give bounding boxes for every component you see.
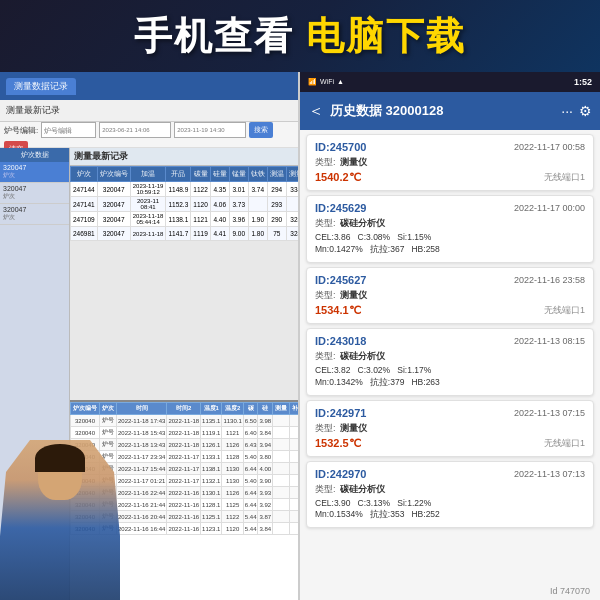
col-header-v2: 硅量 bbox=[210, 167, 229, 182]
search-button[interactable]: 搜索 bbox=[249, 122, 273, 138]
record-type-value-4: 碳硅分析仪 bbox=[340, 350, 385, 363]
banner-text: 手机查看 电脑下载 bbox=[134, 11, 467, 62]
mobile-record-card-1[interactable]: ID:245700 2022-11-17 00:58 类型: 测量仪 1540.… bbox=[306, 134, 594, 191]
record-port-1: 无线端口1 bbox=[544, 171, 585, 184]
filter-date-to[interactable] bbox=[174, 122, 246, 138]
table-row: 247144 320047 2023-11-1910:59:12 1148.9 … bbox=[71, 182, 299, 197]
record-date-4: 2022-11-13 08:15 bbox=[514, 336, 585, 346]
record-temp-5: 1532.5℃ bbox=[315, 437, 361, 450]
list-item-1[interactable]: 320047 炉次 bbox=[0, 162, 69, 183]
banner-text-phone: 手机查看 bbox=[134, 15, 294, 57]
record-id-3: ID:245627 bbox=[315, 274, 366, 286]
list-item-3[interactable]: 320047 炉次 bbox=[0, 204, 69, 225]
record-type-label-5: 类型: bbox=[315, 422, 336, 435]
record-type-label-4: 类型: bbox=[315, 350, 336, 363]
record-type-value-3: 测量仪 bbox=[340, 289, 367, 302]
col-header-v1: 碳量 bbox=[191, 167, 210, 182]
mobile-app-header: ＜ 历史数据 32000128 ··· ⚙ bbox=[300, 92, 600, 130]
record-header-6: ID:242970 2022-11-13 07:13 bbox=[315, 468, 585, 480]
mobile-app-title: 历史数据 32000128 bbox=[330, 102, 555, 120]
settings-button[interactable]: ⚙ bbox=[579, 103, 592, 119]
col-header-code: 炉次编号 bbox=[97, 167, 130, 182]
top-banner: 手机查看 电脑下载 bbox=[0, 0, 600, 72]
pc-tab[interactable]: 测量数据记录 bbox=[6, 78, 76, 95]
banner-text-pc: 电脑下载 bbox=[294, 15, 467, 57]
bottom-id-text: Id 747070 bbox=[550, 586, 590, 596]
mobile-record-card-3[interactable]: ID:245627 2022-11-16 23:58 类型: 测量仪 1534.… bbox=[306, 267, 594, 324]
col-header-v4: 钛铁 bbox=[248, 167, 267, 182]
record-date-6: 2022-11-13 07:13 bbox=[514, 469, 585, 479]
filter-label-1: 炉号编辑: bbox=[4, 125, 38, 136]
back-button[interactable]: ＜ bbox=[308, 101, 324, 122]
main-data-table: 炉次 炉次编号 加温 开品 碳量 硅量 锰量 钛铁 测温 测量 操作 bbox=[70, 166, 298, 241]
pc-title-text: 测量最新记录 bbox=[6, 104, 60, 117]
mobile-status-bar: 📶 WiFi ▲ 1:52 bbox=[300, 72, 600, 92]
record-type-value-5: 测量仪 bbox=[340, 422, 367, 435]
record-analysis-6: CEL:3.90 C:3.13% Si:1.22% Mn:0.1534% 抗拉:… bbox=[315, 498, 585, 522]
col-header-v3: 锰量 bbox=[229, 167, 248, 182]
table-row: 247141 320047 2023-1108:41 1152.3 1120 4… bbox=[71, 197, 299, 212]
left-panel-pc: 测量数据记录 测量最新记录 炉号编辑: 搜索 清空 炉次数据 320047 炉次… bbox=[0, 72, 300, 600]
mobile-record-card-6[interactable]: ID:242970 2022-11-13 07:13 类型: 碳硅分析仪 CEL… bbox=[306, 461, 594, 529]
record-date-1: 2022-11-17 00:58 bbox=[514, 142, 585, 152]
record-temp-3: 1534.1℃ bbox=[315, 304, 361, 317]
record-id-6: ID:242970 bbox=[315, 468, 366, 480]
record-analysis-2: CEL:3.86 C:3.08% Si:1.15% Mn:0.1427% 抗拉:… bbox=[315, 232, 585, 256]
person-image bbox=[0, 440, 120, 600]
record-temp-1: 1540.2℃ bbox=[315, 171, 361, 184]
record-port-5: 无线端口1 bbox=[544, 437, 585, 450]
pc-title-bar: 测量最新记录 bbox=[0, 100, 298, 122]
record-header-4: ID:243018 2022-11-13 08:15 bbox=[315, 335, 585, 347]
mobile-record-card-4[interactable]: ID:243018 2022-11-13 08:15 类型: 碳硅分析仪 CEL… bbox=[306, 328, 594, 396]
filter-bar: 炉号编辑: 搜索 清空 bbox=[0, 122, 298, 148]
record-type-value-6: 碳硅分析仪 bbox=[340, 483, 385, 496]
col-header-time: 加温 bbox=[130, 167, 166, 182]
status-bar-left: 📶 WiFi ▲ bbox=[308, 78, 344, 86]
table-row: 246981 320047 2023-11-18 1141.7 1119 4.4… bbox=[71, 227, 299, 241]
record-type-value-1: 测量仪 bbox=[340, 156, 367, 169]
record-header-3: ID:245627 2022-11-16 23:58 bbox=[315, 274, 585, 286]
record-header-2: ID:245629 2022-11-17 00:00 bbox=[315, 202, 585, 214]
pc-app-header: 测量数据记录 bbox=[0, 72, 298, 100]
record-id-1: ID:245700 bbox=[315, 141, 366, 153]
filter-date-from[interactable] bbox=[99, 122, 171, 138]
record-id-5: ID:242971 bbox=[315, 407, 366, 419]
record-type-value-2: 碳硅分析仪 bbox=[340, 217, 385, 230]
mobile-records-list: ID:245700 2022-11-17 00:58 类型: 测量仪 1540.… bbox=[300, 130, 600, 600]
filter-input-furnace[interactable] bbox=[41, 122, 96, 138]
record-type-label-2: 类型: bbox=[315, 217, 336, 230]
sheet-row: 320040炉号 2022-11-18 17:432022-11-18 1135… bbox=[71, 415, 299, 427]
record-analysis-4: CEL:3.82 C:3.02% Si:1.17% Mn:0.1342% 抗拉:… bbox=[315, 365, 585, 389]
list-item-2[interactable]: 320047 炉次 bbox=[0, 183, 69, 204]
mobile-record-card-5[interactable]: ID:242971 2022-11-13 07:15 类型: 测量仪 1532.… bbox=[306, 400, 594, 457]
right-panel-mobile: 📶 WiFi ▲ 1:52 ＜ 历史数据 32000128 ··· ⚙ ID:2… bbox=[300, 72, 600, 600]
data-table-title: 测量最新记录 bbox=[70, 148, 298, 166]
col-header-v5: 测温 bbox=[267, 167, 286, 182]
record-header-5: ID:242971 2022-11-13 07:15 bbox=[315, 407, 585, 419]
record-type-label-3: 类型: bbox=[315, 289, 336, 302]
col-header-id: 炉次 bbox=[71, 167, 98, 182]
record-date-3: 2022-11-16 23:58 bbox=[514, 275, 585, 285]
record-header-1: ID:245700 2022-11-17 00:58 bbox=[315, 141, 585, 153]
record-id-4: ID:243018 bbox=[315, 335, 366, 347]
table-row: 247109 320047 2023-11-1805:44:14 1138.1 … bbox=[71, 212, 299, 227]
left-list-header: 炉次数据 bbox=[0, 148, 69, 162]
record-type-label-6: 类型: bbox=[315, 483, 336, 496]
record-date-5: 2022-11-13 07:15 bbox=[514, 408, 585, 418]
record-id-2: ID:245629 bbox=[315, 202, 366, 214]
record-port-3: 无线端口1 bbox=[544, 304, 585, 317]
sheet-row: 320040炉号 2022-11-18 15:432022-11-18 1119… bbox=[71, 427, 299, 439]
status-bar-time: 1:52 bbox=[574, 77, 592, 87]
col-header-v6: 测量 bbox=[286, 167, 298, 182]
record-type-label-1: 类型: bbox=[315, 156, 336, 169]
mobile-record-card-2[interactable]: ID:245629 2022-11-17 00:00 类型: 碳硅分析仪 CEL… bbox=[306, 195, 594, 263]
menu-dots-button[interactable]: ··· bbox=[561, 103, 573, 119]
main-area: 测量数据记录 测量最新记录 炉号编辑: 搜索 清空 炉次数据 320047 炉次… bbox=[0, 72, 600, 600]
col-header-t1: 开品 bbox=[166, 167, 191, 182]
record-date-2: 2022-11-17 00:00 bbox=[514, 203, 585, 213]
